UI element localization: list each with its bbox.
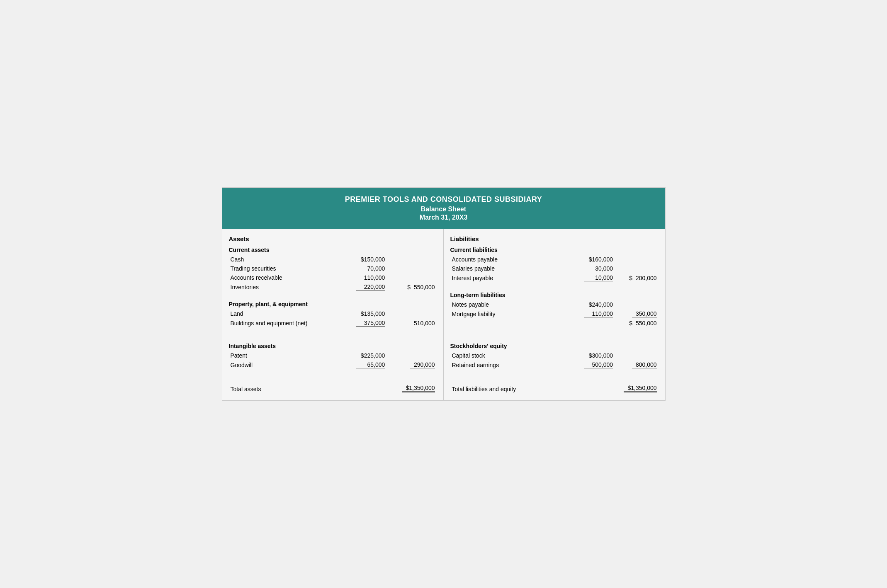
item-total xyxy=(386,309,436,318)
report-body: Assets Current assets Cash $150,000 Trad… xyxy=(222,229,665,400)
item-label: Mortgage liability xyxy=(450,309,559,319)
item-label: Trading securities xyxy=(229,264,337,273)
total-assets-label: Total assets xyxy=(229,381,337,394)
item-amount: $150,000 xyxy=(337,255,386,264)
table-row: Trading securities 70,000 xyxy=(229,264,437,273)
total-assets-spacer xyxy=(337,381,386,394)
item-label: Capital stock xyxy=(450,351,559,360)
report-type: Balance Sheet xyxy=(226,206,661,213)
item-amount: $135,000 xyxy=(337,309,386,318)
total-liabilities-equity-row: Total liabilities and equity $1,350,000 xyxy=(450,381,659,394)
total-liabilities-equity-table: Total liabilities and equity $1,350,000 xyxy=(450,381,659,394)
item-total: 510,000 xyxy=(386,318,436,328)
table-row: Inventories 220,000 $ 550,000 xyxy=(229,282,437,292)
item-amount: $240,000 xyxy=(559,300,615,309)
liabilities-section-header: Liabilities xyxy=(450,233,659,243)
item-amount: 110,000 xyxy=(559,309,615,319)
assets-section-header: Assets xyxy=(229,233,437,243)
item-label: Land xyxy=(229,309,337,318)
equity-header: Stockholders' equity xyxy=(450,339,659,351)
item-amount: 110,000 xyxy=(337,273,386,282)
longterm-liabilities-header: Long-term liabilities xyxy=(450,288,659,300)
intangible-table: Patent $225,000 Goodwill 65,000 290,000 xyxy=(229,351,437,370)
item-label: Goodwill xyxy=(229,360,337,370)
longterm-liabilities-table: Notes payable $240,000 Mortgage liabilit… xyxy=(450,300,659,328)
table-row: Buildings and equipment (net) 375,000 51… xyxy=(229,318,437,328)
total-assets-table: Total assets $1,350,000 xyxy=(229,381,437,394)
total-assets-row: Total assets $1,350,000 xyxy=(229,381,437,394)
item-amount: $225,000 xyxy=(337,351,386,360)
intangible-header: Intangible assets xyxy=(229,339,437,351)
item-amount: 500,000 xyxy=(559,360,615,370)
item-label: Buildings and equipment (net) xyxy=(229,318,337,328)
item-amount: 220,000 xyxy=(337,282,386,292)
total-liabilities-equity-spacer xyxy=(559,381,615,394)
company-name: PREMIER TOOLS AND CONSOLIDATED SUBSIDIAR… xyxy=(226,195,661,204)
item-label: Accounts payable xyxy=(450,255,559,264)
table-row: Interest payable 10,000 $ 200,000 xyxy=(450,273,659,283)
item-total xyxy=(615,351,658,360)
total-assets-value: $1,350,000 xyxy=(386,381,436,394)
current-assets-table: Cash $150,000 Trading securities 70,000 … xyxy=(229,255,437,292)
item-amount: 375,000 xyxy=(337,318,386,328)
table-row: Land $135,000 xyxy=(229,309,437,318)
item-total xyxy=(386,264,436,273)
total-liabilities-equity-label: Total liabilities and equity xyxy=(450,381,559,394)
report-date: March 31, 20X3 xyxy=(226,214,661,221)
liabilities-subtotal: $ 550,000 xyxy=(615,319,658,328)
item-label: Cash xyxy=(229,255,337,264)
item-label xyxy=(450,319,559,328)
item-amount: 30,000 xyxy=(559,264,615,273)
table-row: Accounts payable $160,000 xyxy=(450,255,659,264)
liabilities-column: Liabilities Current liabilities Accounts… xyxy=(444,229,665,400)
item-total: $ 550,000 xyxy=(386,282,436,292)
table-row: Patent $225,000 xyxy=(229,351,437,360)
ppe-table: Land $135,000 Buildings and equipment (n… xyxy=(229,309,437,328)
total-liabilities-equity-value: $1,350,000 xyxy=(615,381,658,394)
item-label: Salaries payable xyxy=(450,264,559,273)
item-total xyxy=(615,264,658,273)
table-row: Salaries payable 30,000 xyxy=(450,264,659,273)
current-assets-header: Current assets xyxy=(229,243,437,255)
item-amount: 70,000 xyxy=(337,264,386,273)
table-row: Mortgage liability 110,000 350,000 xyxy=(450,309,659,319)
report-header: PREMIER TOOLS AND CONSOLIDATED SUBSIDIAR… xyxy=(222,188,665,229)
item-total: 350,000 xyxy=(615,309,658,319)
item-label: Interest payable xyxy=(450,273,559,283)
equity-table: Capital stock $300,000 Retained earnings… xyxy=(450,351,659,370)
current-liabilities-table: Accounts payable $160,000 Salaries payab… xyxy=(450,255,659,283)
item-total: $ 200,000 xyxy=(615,273,658,283)
item-amount: 10,000 xyxy=(559,273,615,283)
item-total xyxy=(386,351,436,360)
item-label: Accounts receivable xyxy=(229,273,337,282)
table-row: Goodwill 65,000 290,000 xyxy=(229,360,437,370)
table-row: Cash $150,000 xyxy=(229,255,437,264)
table-row: Accounts receivable 110,000 xyxy=(229,273,437,282)
item-total: 290,000 xyxy=(386,360,436,370)
item-total: 800,000 xyxy=(615,360,658,370)
item-total xyxy=(615,300,658,309)
item-total xyxy=(386,273,436,282)
current-liabilities-header: Current liabilities xyxy=(450,243,659,255)
item-total xyxy=(615,255,658,264)
ppe-header: Property, plant, & equipment xyxy=(229,298,437,309)
item-label: Patent xyxy=(229,351,337,360)
item-label: Notes payable xyxy=(450,300,559,309)
table-row: $ 550,000 xyxy=(450,319,659,328)
balance-sheet: PREMIER TOOLS AND CONSOLIDATED SUBSIDIAR… xyxy=(222,187,666,401)
item-label: Inventories xyxy=(229,282,337,292)
item-amount xyxy=(559,319,615,328)
table-row: Retained earnings 500,000 800,000 xyxy=(450,360,659,370)
item-label: Retained earnings xyxy=(450,360,559,370)
item-amount: $160,000 xyxy=(559,255,615,264)
table-row: Capital stock $300,000 xyxy=(450,351,659,360)
item-amount: 65,000 xyxy=(337,360,386,370)
item-amount: $300,000 xyxy=(559,351,615,360)
assets-column: Assets Current assets Cash $150,000 Trad… xyxy=(222,229,444,400)
table-row: Notes payable $240,000 xyxy=(450,300,659,309)
item-total xyxy=(386,255,436,264)
